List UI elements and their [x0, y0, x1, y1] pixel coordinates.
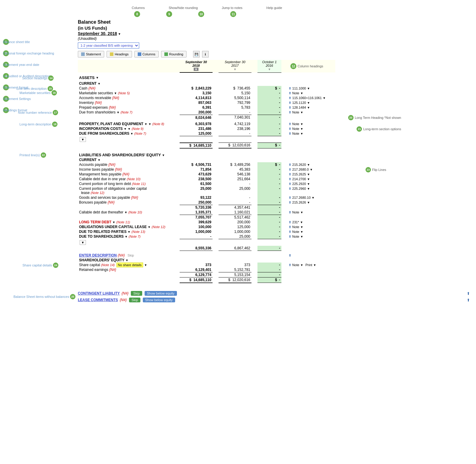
- contingent-skip-btn[interactable]: Skip: [131, 291, 142, 296]
- ppe-dd2[interactable]: ▼: [148, 122, 151, 126]
- due-shr-lt-origin-dd[interactable]: ▼: [300, 132, 303, 135]
- bonus-origin-dd[interactable]: ▼: [307, 201, 310, 204]
- oucl-dd[interactable]: ▼: [148, 225, 151, 229]
- dts-origin-dd[interactable]: ▼: [300, 235, 303, 238]
- contingent-icon[interactable]: ⬆: [467, 291, 470, 296]
- circle-24[interactable]: 24: [53, 263, 58, 268]
- ap-origin-dd[interactable]: ▼: [307, 163, 310, 166]
- due-shr-lt-dd[interactable]: ▼: [130, 132, 133, 135]
- info-icon-btn[interactable]: ℹ: [202, 51, 209, 57]
- callable-after-origin-btn[interactable]: ⬆: [289, 210, 291, 214]
- circle-18[interactable]: 18: [52, 122, 57, 127]
- assets-dropdown[interactable]: ▼: [96, 76, 99, 79]
- incorp-origin-dd[interactable]: ▼: [300, 127, 303, 131]
- callable-after-origin-dd[interactable]: ▼: [300, 211, 303, 214]
- callable-1y-origin-dd[interactable]: ▼: [307, 178, 310, 181]
- ltd-origin-dd[interactable]: ▼: [300, 221, 303, 224]
- circle-16[interactable]: 16: [51, 90, 57, 95]
- headings-btn[interactable]: Headings: [107, 51, 132, 57]
- cpltd-origin-btn[interactable]: ⬆: [289, 182, 291, 186]
- incorp-dd2[interactable]: ▼: [128, 127, 131, 131]
- save-icon-btn[interactable]: 💾: [193, 51, 200, 57]
- dts-dd[interactable]: ▼: [125, 235, 128, 238]
- format-selector[interactable]: 1-2 year classified B/S with opening: [78, 43, 470, 48]
- bonus-origin-btn[interactable]: ⬆: [289, 201, 291, 204]
- current-liab-dd[interactable]: ▼: [98, 158, 101, 162]
- circle-20[interactable]: 20: [348, 115, 354, 120]
- dtrp-origin-dd[interactable]: ▼: [300, 230, 303, 233]
- prepaid-origin-btn[interactable]: ⬆: [289, 106, 291, 109]
- due-shr-origin-btn[interactable]: ⬆: [289, 110, 291, 114]
- circle-21[interactable]: 21: [357, 126, 362, 132]
- share-cap-print-dd[interactable]: ▼: [313, 263, 316, 267]
- cpocl-origin-dd[interactable]: ▼: [307, 187, 310, 190]
- cash-origin-btn[interactable]: ⬆: [289, 87, 291, 90]
- itp-origin-dd[interactable]: ▼: [310, 168, 313, 171]
- circle-8[interactable]: 8: [134, 11, 140, 17]
- ar-origin-dd[interactable]: ▼: [323, 96, 326, 100]
- ppe-dd1[interactable]: ▼: [144, 122, 147, 126]
- columns-btn[interactable]: Columns: [134, 51, 159, 57]
- due-shr-origin-dd[interactable]: ▼: [300, 111, 303, 114]
- cash-origin-dd[interactable]: ▼: [307, 87, 310, 90]
- ap-origin-btn[interactable]: ⬆: [289, 163, 291, 166]
- incorp-dd1[interactable]: ▼: [124, 127, 127, 131]
- circle-12[interactable]: 12: [290, 63, 296, 69]
- contingent-show-btn[interactable]: Show below equity: [145, 291, 177, 296]
- ppe-origin-dd[interactable]: ▼: [300, 122, 303, 126]
- gst-origin-dd[interactable]: ▼: [312, 196, 315, 199]
- no-share-details[interactable]: No share details: [116, 263, 143, 267]
- inv-origin-btn[interactable]: ⬆: [289, 101, 291, 104]
- oucl-origin-btn[interactable]: ⬆: [289, 225, 291, 229]
- add-row-btn[interactable]: ▼: [80, 137, 86, 142]
- dtrp-origin-btn[interactable]: ⬆: [289, 230, 291, 233]
- callable-after-dd[interactable]: ▼: [124, 211, 127, 214]
- due-shr-dd[interactable]: ▼: [116, 111, 119, 114]
- callable-1y-origin-btn[interactable]: ⬆: [289, 177, 291, 181]
- circle-22[interactable]: 22: [41, 152, 46, 158]
- format-select[interactable]: 1-2 year classified B/S with opening: [78, 43, 139, 48]
- enter-desc-icon[interactable]: ⬆: [289, 254, 291, 257]
- mkt-origin-btn[interactable]: ⬆: [289, 91, 291, 95]
- circle-11[interactable]: 11: [230, 11, 236, 17]
- ar-origin-btn[interactable]: ⬆: [289, 96, 291, 100]
- gst-origin-btn[interactable]: ⬆: [289, 196, 291, 199]
- lease-skip-btn[interactable]: Skip: [129, 298, 140, 302]
- date-dropdown-arrow[interactable]: ▼: [118, 32, 121, 36]
- mgmt-origin-dd[interactable]: ▼: [307, 173, 310, 176]
- circle-25[interactable]: 25: [70, 294, 75, 299]
- lease-icon[interactable]: ⬆: [467, 298, 470, 302]
- liab-equity-dd[interactable]: ▼: [162, 154, 165, 157]
- mgmt-origin-btn[interactable]: ⬆: [289, 172, 291, 176]
- circle-17[interactable]: 17: [53, 110, 58, 115]
- circle-9[interactable]: 9: [166, 11, 172, 17]
- circle-23[interactable]: 23: [366, 167, 371, 172]
- share-cap-dd[interactable]: ▼: [144, 263, 147, 267]
- ltd-dd[interactable]: ▼: [112, 221, 115, 224]
- col2-dropdown[interactable]: ▼: [234, 68, 237, 71]
- date-display[interactable]: September 30, 2018 ▼: [78, 31, 470, 36]
- prepaid-origin-dd[interactable]: ▼: [307, 106, 310, 109]
- rounding-btn[interactable]: Rounding: [161, 51, 187, 57]
- col1-dropdown[interactable]: ▼: [194, 68, 198, 71]
- mkt-sec-dd[interactable]: ▼: [114, 92, 117, 95]
- incorp-origin-btn[interactable]: ⬆: [289, 127, 291, 131]
- ppe-origin-btn[interactable]: ⬆: [289, 122, 291, 126]
- itp-origin-btn[interactable]: ⬆: [289, 168, 291, 171]
- dts-origin-btn[interactable]: ⬆: [289, 235, 291, 238]
- statement-btn[interactable]: Statement: [78, 51, 104, 57]
- ltd-origin-btn[interactable]: ⬆: [289, 220, 291, 224]
- share-cap-origin-dd[interactable]: ▼: [300, 263, 303, 267]
- share-cap-origin-btn[interactable]: ⬆: [289, 263, 291, 267]
- col3-dropdown[interactable]: ▼: [268, 68, 271, 71]
- mkt-origin-dd[interactable]: ▼: [300, 92, 303, 95]
- cpocl-origin-btn[interactable]: ⬆: [289, 187, 291, 190]
- circle-14[interactable]: 14: [48, 75, 54, 81]
- add-row-btn-2[interactable]: ▼: [80, 240, 86, 245]
- cpltd-origin-dd[interactable]: ▼: [307, 182, 310, 186]
- equity-dd[interactable]: ▼: [125, 259, 128, 262]
- lease-show-btn[interactable]: Show below equity: [143, 298, 175, 302]
- current-dropdown-assets[interactable]: ▼: [98, 82, 101, 85]
- due-shr-lt-origin-btn[interactable]: ⬆: [289, 132, 291, 135]
- circle-10[interactable]: 10: [198, 11, 204, 17]
